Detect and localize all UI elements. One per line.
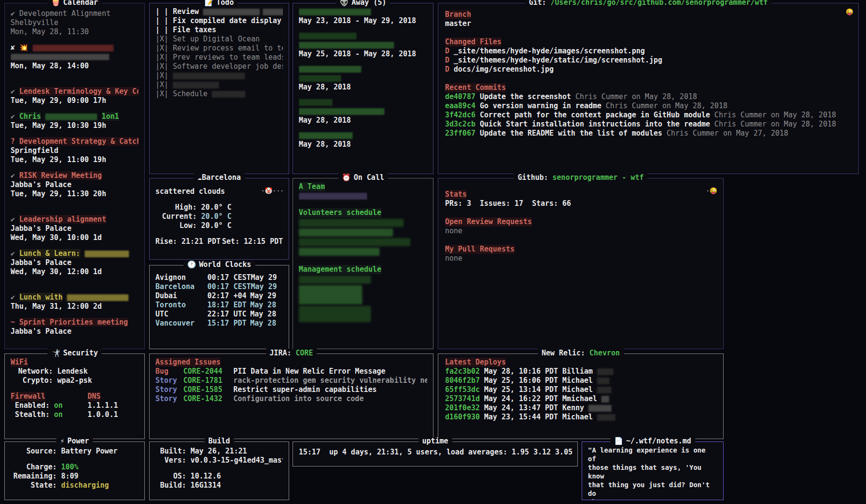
jira-issue-row[interactable]: StoryCORE-1781rack-protection gem securi…	[155, 376, 427, 385]
calendar-event: ~ Sprint Priorities meeting Jabba's Pala…	[11, 318, 139, 336]
calendar-widget[interactable]: 🍿Calendar ✔ Development Alignment Shelby…	[4, 3, 145, 349]
calendar-title: 🍿Calendar	[48, 0, 102, 7]
todo-item[interactable]: | | File taxes	[155, 25, 283, 35]
weather-widget[interactable]: ☁Barcelona ·🤡··· scattered clouds High:2…	[149, 178, 289, 260]
deploy-row: 65ff53dc May 25, 13:14 PDT Michael	[445, 385, 717, 394]
redacted-text	[203, 9, 260, 15]
git-widget[interactable]: Git: /Users/chris/go/src/github.com/seno…	[438, 3, 859, 174]
jira-issue-row[interactable]: StoryCORE-1585Restrict super-admin capab…	[155, 385, 427, 394]
build-os: 10.12.6	[191, 472, 283, 481]
todo-item[interactable]: |X|	[155, 71, 283, 80]
fencer-icon: 🤺	[51, 349, 61, 357]
cloud-icon: ☁	[197, 173, 202, 182]
uptime-widget[interactable]: uptime 15:17 up 4 days, 21:31, 5 users, …	[293, 441, 578, 466]
todo-item[interactable]: | | Fix compiled date display bug	[155, 16, 283, 25]
wifi-crypto: wpa2-psk	[57, 376, 139, 385]
todo-widget[interactable]: 📝Todo | | Review | | Fix compiled date d…	[149, 3, 289, 174]
git-branch-header: Branch	[445, 10, 471, 19]
tongue-face-icon: ·😜	[706, 186, 717, 195]
github-pull-requests-value: none	[445, 254, 717, 263]
todo-item[interactable]: |X|	[155, 80, 283, 89]
redacted-text	[212, 91, 245, 98]
redacted-text	[299, 276, 371, 284]
redacted-text	[299, 42, 394, 49]
alien-icon: 👽	[340, 0, 349, 7]
oncall-widget[interactable]: ⏰On Call A Team Volunteers schedule Mana…	[293, 178, 433, 349]
away-widget[interactable]: 👽Away (5) May 23, 2018 - May 29, 2018 Ma…	[293, 3, 433, 174]
commit-row: 23ff067Update the README with the list o…	[445, 129, 853, 138]
changed-file: Ddocs/img/screenshot.jpg	[445, 65, 853, 74]
notes-line: "A learning experience is one of	[588, 446, 717, 463]
redacted-text	[299, 219, 404, 227]
clock-row: Dubai02:17 +04May 29	[155, 291, 283, 301]
away-entry: May 25, 2018 - May 28, 2018	[299, 31, 427, 59]
jira-issue-row[interactable]: BugCORE-2044PII Data in New Relic Error …	[155, 367, 427, 376]
clock-row: Toronto18:17 EDTMay 28	[155, 301, 283, 310]
redacted-text	[597, 378, 610, 384]
github-stats-header: Stats	[445, 190, 467, 199]
power-widget[interactable]: ⚡Power Source:Battery Power Charge:100% …	[4, 441, 145, 500]
notes-line: that thing you just did? Don't do	[588, 480, 717, 498]
power-charge: 100%	[61, 463, 139, 472]
calendar-event: ✔ Lendesk Terminology & Key Conc Tue, Ma…	[11, 87, 139, 105]
deploy-row: 2573741d May 24, 16:22 PDT Mmichael	[445, 394, 717, 403]
firewall-header: Firewall	[11, 392, 45, 401]
power-title: ⚡Power	[56, 437, 93, 446]
notes-widget[interactable]: 📄~/.wtf/notes.md "A learning experience …	[582, 441, 724, 500]
weather-sunset: Set: 12:15 PDT	[222, 237, 283, 246]
firewall-stealth: on	[54, 410, 63, 419]
build-widget[interactable]: Build Built:May 26, 21:21 Vers:v0.0.3-15…	[149, 441, 289, 500]
jira-widget[interactable]: JIRA: CORE Assigned Issues BugCORE-2044P…	[149, 353, 433, 439]
redacted-text	[299, 99, 332, 106]
newrelic-widget[interactable]: New Relic: Chevron Latest Deploys fa2c3b…	[438, 353, 724, 439]
redacted-text	[11, 54, 109, 60]
clocks-widget[interactable]: 🕐World Clocks Avignon00:17 CESTMay 29 Ba…	[149, 265, 289, 349]
redacted-text	[173, 73, 245, 79]
uptime-title: uptime	[418, 437, 452, 446]
clock-row: Barcelona00:17 CESTMay 29	[155, 282, 283, 291]
oncall-title: ⏰On Call	[338, 173, 388, 182]
calendar-event: ✔ Chris 1on1 Tue, May 29, 10:30 19h	[11, 112, 139, 130]
alarm-clock-icon: ⏰	[342, 173, 351, 182]
build-number: 16G1314	[191, 481, 283, 490]
wtf-terminal-dashboard: 🍿Calendar ✔ Development Alignment Shelby…	[0, 0, 866, 504]
redacted-text	[299, 33, 357, 39]
todo-item[interactable]: |X| Software developer job desc	[155, 62, 283, 71]
redacted-text	[597, 368, 613, 375]
redacted-text	[588, 405, 611, 412]
jira-issue-row[interactable]: StoryCORE-1432Configuration into source …	[155, 394, 427, 403]
wifi-network: Lendesk	[57, 367, 139, 376]
redacted-text	[173, 82, 219, 88]
jira-title: JIRA: CORE	[266, 349, 317, 358]
todo-item[interactable]: |X| Schedule	[155, 89, 283, 99]
github-open-reviews-value: none	[445, 227, 717, 236]
github-widget[interactable]: Github: senorprogrammer - wtf ·😜 Stats P…	[438, 178, 724, 349]
calendar-event: ? Development Strategy & Catch U Springf…	[11, 137, 139, 164]
todo-item[interactable]: |X| Review process email to team	[155, 44, 283, 53]
weather-sunrise: Rise: 21:21 PDT	[155, 237, 220, 246]
redacted-text	[299, 248, 380, 256]
commit-row: de40787Update the screenshotChris Cummer…	[445, 92, 853, 101]
away-entry: May 28, 2018	[299, 98, 427, 125]
security-widget[interactable]: 🤺Security WiFi Network:Lendesk Crypto:wp…	[4, 353, 145, 439]
redacted-text	[85, 251, 129, 257]
redacted-text	[299, 306, 371, 322]
redacted-text	[299, 108, 384, 115]
deploy-row: fa2c3b02 May 28, 10:16 PDT Billiam	[445, 367, 717, 376]
redacted-text	[299, 238, 410, 246]
calendar-event: ✘ 💥 Mon, May 28, 14:00	[11, 43, 139, 71]
jira-header: Assigned Issues	[155, 358, 220, 367]
todo-item[interactable]: | | Review	[155, 7, 283, 16]
github-stats: PRs: 3 Issues: 17 Stars: 66	[445, 199, 717, 208]
away-entry: May 28, 2018	[299, 131, 427, 149]
build-version: v0.0.3-15-g41ed43_maste	[191, 456, 283, 465]
redacted-text	[299, 228, 393, 237]
uptime-text: 15:17 up 4 days, 21:31, 5 users, load av…	[299, 448, 572, 457]
calendar-event: ✔ Leadership alignment Jabba's Palace We…	[11, 215, 139, 242]
todo-item[interactable]: |X| Prev reviews to team leads	[155, 53, 283, 62]
clown-face-icon: ·🤡···	[261, 186, 284, 195]
git-branch: master	[445, 19, 853, 28]
oncall-management-header: Management schedule	[299, 265, 382, 274]
todo-item[interactable]: |X| Set up Digital Ocean	[155, 35, 283, 44]
oncall-volunteers-header: Volunteers schedule	[299, 208, 382, 217]
